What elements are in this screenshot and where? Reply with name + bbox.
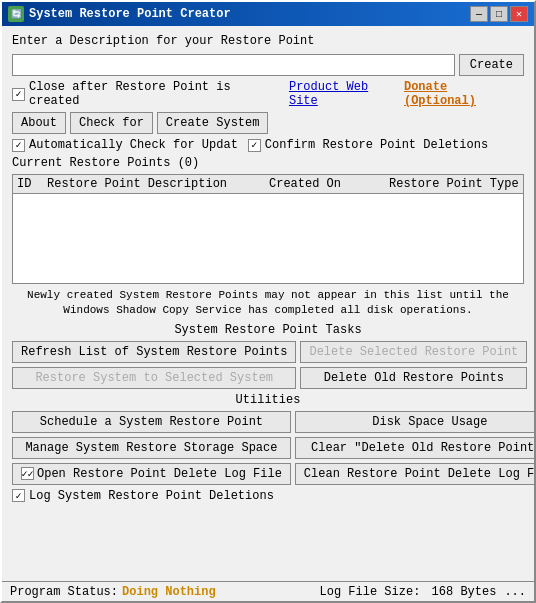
log-size-value: 168 Bytes: [432, 585, 497, 599]
disk-space-button[interactable]: Disk Space Usage: [295, 411, 534, 433]
confirm-row: Confirm Restore Point Deletions: [248, 138, 488, 152]
col-description: Restore Point Description: [47, 177, 269, 191]
log-size-label: Log File Size:: [320, 585, 421, 599]
status-label: Program Status:: [10, 585, 118, 599]
title-bar: 🔄 System Restore Point Creator — □ ✕: [2, 2, 534, 26]
delete-old-button[interactable]: Delete Old Restore Points: [300, 367, 527, 389]
main-window: 🔄 System Restore Point Creator — □ ✕ Ent…: [0, 0, 536, 603]
status-bar: Program Status: Doing Nothing Log File S…: [2, 581, 534, 601]
about-button[interactable]: About: [12, 112, 66, 134]
table-title: Current Restore Points (0): [12, 156, 524, 170]
checkboxes-row: Automatically Check for Updat Confirm Re…: [12, 138, 524, 152]
manage-storage-button[interactable]: Manage System Restore Storage Space: [12, 437, 291, 459]
input-create-row: Create: [12, 54, 524, 76]
log-label: Log System Restore Point Deletions: [29, 489, 274, 503]
description-label: Enter a Description for your Restore Poi…: [12, 34, 524, 48]
clear-delete-button[interactable]: Clear "Delete Old Restore Points": [295, 437, 534, 459]
check-for-button[interactable]: Check for: [70, 112, 153, 134]
status-dots: ...: [504, 585, 526, 599]
close-after-checkbox-row: Close after Restore Point is created: [12, 80, 283, 108]
auto-check-checkbox[interactable]: [12, 139, 25, 152]
auto-check-label: Automatically Check for Updat: [29, 138, 238, 152]
open-log-label: Open Restore Point Delete Log File: [37, 467, 282, 481]
restore-note: Newly created System Restore Points may …: [12, 288, 524, 319]
tasks-grid: Refresh List of System Restore Points De…: [12, 341, 524, 389]
utilities-grid: Schedule a System Restore Point Disk Spa…: [12, 411, 524, 485]
refresh-list-button[interactable]: Refresh List of System Restore Points: [12, 341, 296, 363]
restore-points-table: ID Restore Point Description Created On …: [12, 174, 524, 284]
window-title: System Restore Point Creator: [29, 7, 231, 21]
create-system-button[interactable]: Create System: [157, 112, 269, 134]
description-input[interactable]: [12, 54, 455, 76]
log-checkbox[interactable]: [12, 489, 25, 502]
action-buttons-row: About Check for Create System: [12, 112, 524, 134]
donate-link[interactable]: Donate (Optional): [404, 80, 524, 108]
utilities-title: Utilities: [12, 393, 524, 407]
maximize-button[interactable]: □: [490, 6, 508, 22]
product-web-site-link[interactable]: Product Web Site: [289, 80, 402, 108]
tasks-title: System Restore Point Tasks: [12, 323, 524, 337]
clean-log-button[interactable]: Clean Restore Point Delete Log File: [295, 463, 534, 485]
title-bar-left: 🔄 System Restore Point Creator: [8, 6, 231, 22]
col-created: Created On: [269, 177, 389, 191]
log-checkbox-row: Log System Restore Point Deletions: [12, 489, 524, 503]
auto-check-row: Automatically Check for Updat: [12, 138, 238, 152]
col-type: Restore Point Type: [389, 177, 519, 191]
confirm-label: Confirm Restore Point Deletions: [265, 138, 488, 152]
window-icon: 🔄: [8, 6, 24, 22]
content-area: Enter a Description for your Restore Poi…: [2, 26, 534, 581]
close-after-checkbox[interactable]: [12, 88, 25, 101]
create-button[interactable]: Create: [459, 54, 524, 76]
restore-system-button[interactable]: Restore System to Selected System: [12, 367, 296, 389]
table-header: ID Restore Point Description Created On …: [13, 175, 523, 194]
title-buttons: — □ ✕: [470, 6, 528, 22]
table-body: [13, 194, 523, 283]
close-after-label: Close after Restore Point is created: [29, 80, 283, 108]
status-value: Doing Nothing: [122, 585, 216, 599]
delete-selected-button[interactable]: Delete Selected Restore Point: [300, 341, 527, 363]
confirm-checkbox[interactable]: [248, 139, 261, 152]
close-button[interactable]: ✕: [510, 6, 528, 22]
log-size-section: Log File Size: 168 Bytes: [320, 585, 497, 599]
open-log-button[interactable]: ✓ Open Restore Point Delete Log File: [12, 463, 291, 485]
schedule-button[interactable]: Schedule a System Restore Point: [12, 411, 291, 433]
minimize-button[interactable]: —: [470, 6, 488, 22]
close-after-row: Close after Restore Point is created Pro…: [12, 80, 524, 108]
col-id: ID: [17, 177, 47, 191]
